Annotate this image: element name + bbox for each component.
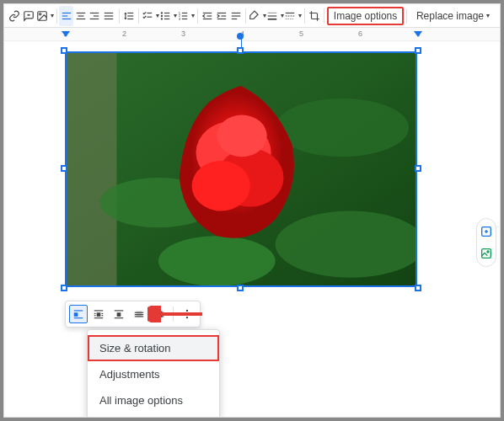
main-toolbar: ▾ ▾ ▾ 123▾ ▾ ▾ ▾ Image options Replace i… xyxy=(4,4,500,28)
resize-handle-ml[interactable] xyxy=(61,165,67,172)
rotation-handle[interactable] xyxy=(237,33,244,40)
comment-icon[interactable] xyxy=(22,6,36,26)
selected-image[interactable] xyxy=(65,51,417,287)
resize-handle-tm[interactable] xyxy=(237,47,244,54)
svg-point-88 xyxy=(487,251,489,253)
align-left-icon[interactable] xyxy=(59,6,73,26)
wrap-behind-icon[interactable] xyxy=(130,305,148,323)
svg-point-80 xyxy=(186,310,188,312)
svg-rect-79 xyxy=(157,312,163,317)
resize-handle-mr[interactable] xyxy=(415,165,421,172)
svg-rect-87 xyxy=(482,249,491,258)
svg-rect-44 xyxy=(267,15,276,16)
link-icon[interactable] xyxy=(8,6,22,26)
wrap-break-icon[interactable] xyxy=(110,305,128,323)
picture-icon[interactable] xyxy=(479,246,494,261)
side-panel xyxy=(476,218,496,267)
align-justify-icon[interactable] xyxy=(102,6,116,26)
svg-point-81 xyxy=(186,313,188,315)
wrap-inline-icon[interactable] xyxy=(69,305,88,323)
document-canvas[interactable]: Size & rotation Adjustments All image op… xyxy=(4,41,500,417)
border-dash-icon[interactable]: ▾ xyxy=(284,6,302,26)
svg-rect-26 xyxy=(164,15,169,16)
svg-point-3 xyxy=(39,13,40,14)
ruler-right-marker[interactable] xyxy=(414,31,422,37)
svg-point-24 xyxy=(161,18,163,19)
more-vert-icon[interactable] xyxy=(178,305,196,323)
align-center-icon[interactable] xyxy=(73,6,88,26)
app-window: ▾ ▾ ▾ 123▾ ▾ ▾ ▾ Image options Replace i… xyxy=(3,3,501,418)
increase-indent-icon[interactable] xyxy=(214,6,228,26)
image-options-menu: Size & rotation Adjustments All image op… xyxy=(87,329,220,418)
checklist-icon[interactable]: ▾ xyxy=(142,6,159,26)
clear-formatting-icon[interactable] xyxy=(228,6,243,26)
border-color-icon[interactable]: ▾ xyxy=(249,6,266,26)
border-weight-icon[interactable]: ▾ xyxy=(266,6,284,26)
replace-image-button[interactable]: Replace image▾ xyxy=(410,6,496,26)
line-spacing-icon[interactable] xyxy=(121,6,136,26)
wrap-front-icon[interactable] xyxy=(150,305,169,323)
horizontal-ruler: 1 2 3 4 5 6 7 xyxy=(4,28,500,41)
menu-adjustments[interactable]: Adjustments xyxy=(88,361,219,387)
svg-point-22 xyxy=(161,12,163,13)
image-wrap-toolbar xyxy=(65,301,201,328)
menu-all-image-options[interactable]: All image options xyxy=(88,387,219,413)
insert-image-icon[interactable]: ▾ xyxy=(36,6,54,26)
ruler-indent-marker[interactable] xyxy=(62,31,70,37)
bulleted-list-icon[interactable]: ▾ xyxy=(159,6,177,26)
crop-icon[interactable] xyxy=(307,6,321,26)
resize-handle-tl[interactable] xyxy=(61,47,67,54)
resize-handle-bl[interactable] xyxy=(61,285,67,291)
plus-icon[interactable] xyxy=(479,224,494,239)
svg-rect-25 xyxy=(164,12,169,13)
decrease-indent-icon[interactable] xyxy=(201,6,215,26)
svg-point-23 xyxy=(161,14,163,16)
numbered-list-icon[interactable]: 123▾ xyxy=(177,6,195,26)
svg-rect-70 xyxy=(117,312,121,317)
menu-size-rotation[interactable]: Size & rotation xyxy=(88,335,219,361)
svg-rect-43 xyxy=(267,12,276,13)
wrap-text-icon[interactable] xyxy=(89,305,108,323)
svg-rect-45 xyxy=(267,18,276,19)
image-options-button[interactable]: Image options xyxy=(327,7,404,25)
align-right-icon[interactable] xyxy=(88,6,102,26)
svg-point-82 xyxy=(186,317,188,318)
resize-handle-tr[interactable] xyxy=(415,47,421,54)
resize-handle-br[interactable] xyxy=(415,285,421,291)
svg-rect-63 xyxy=(97,312,101,317)
selection-border xyxy=(65,51,417,287)
svg-rect-27 xyxy=(164,18,169,19)
svg-rect-60 xyxy=(74,312,78,317)
svg-text:3: 3 xyxy=(179,16,181,20)
resize-handle-bm[interactable] xyxy=(237,285,244,291)
